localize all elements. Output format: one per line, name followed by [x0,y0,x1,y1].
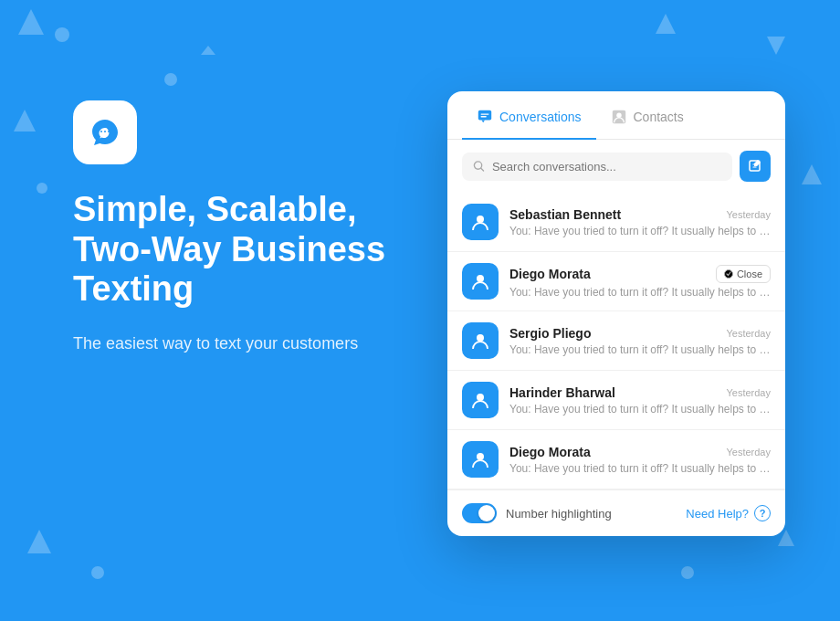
conv-preview: You: Have you tried to turn it off? It u… [509,343,771,356]
close-badge-label: Close [737,268,762,279]
svg-point-23 [477,334,484,342]
svg-marker-4 [14,110,36,132]
conv-preview: You: Have you tried to turn it off? It u… [509,286,771,299]
left-panel: Simple, Scalable, Two-Way Business Texti… [73,100,411,356]
conv-content: Sebastian Bennett Yesterday You: Have yo… [509,207,771,237]
conv-time: Yesterday [726,209,771,220]
avatar [462,263,499,300]
conversation-item[interactable]: Diego Morata Close You: Have you tried t… [447,252,785,311]
svg-point-12 [681,566,694,579]
toggle-knob [478,505,495,521]
avatar [462,204,499,240]
conv-name: Diego Morata [509,445,591,459]
svg-rect-15 [481,116,487,117]
svg-point-21 [477,275,484,282]
search-wrapper[interactable] [462,153,732,181]
svg-point-5 [37,183,47,194]
conv-time: Yesterday [726,387,771,398]
svg-rect-13 [478,111,491,121]
svg-rect-14 [481,113,489,114]
conv-content: Sergio Pliego Yesterday You: Have you tr… [509,326,771,356]
conversation-item[interactable]: Sergio Pliego Yesterday You: Have you tr… [447,311,785,371]
conv-name: Harinder Bharwal [509,385,615,400]
need-help-label: Need Help? [686,507,749,521]
subheadline: The easiest way to text your customers [73,332,411,356]
tabs-bar: Conversations Contacts [447,91,785,140]
compose-button[interactable] [740,151,771,182]
conv-time: Yesterday [726,447,771,458]
search-bar [447,140,785,193]
conv-preview: You: Have you tried to turn it off? It u… [509,225,771,237]
conv-content: Harinder Bharwal Yesterday You: Have you… [509,385,771,416]
avatar [462,382,499,418]
logo [73,100,137,164]
toggle-wrapper: Number highlighting [462,503,612,523]
conv-name: Sergio Pliego [509,326,591,341]
conv-time: Yesterday [726,328,771,339]
svg-point-6 [164,73,177,86]
conversation-list: Sebastian Bennett Yesterday You: Have yo… [447,193,785,489]
svg-point-24 [477,394,484,401]
search-input[interactable] [492,160,721,174]
svg-point-17 [616,113,621,118]
svg-marker-8 [27,530,51,553]
tab-contacts-label: Contacts [634,110,684,124]
close-badge[interactable]: Close [716,265,771,283]
conv-content: Diego Morata Close You: Have you tried t… [509,265,771,299]
search-icon [473,160,485,173]
app-mockup: Conversations Contacts [447,91,785,536]
contacts-icon [611,109,627,125]
svg-marker-10 [802,164,822,184]
compose-icon [748,159,762,174]
avatar [462,441,499,478]
tab-contacts[interactable]: Contacts [596,92,698,140]
need-help-button[interactable]: Need Help? ? [686,505,771,521]
app-footer: Number highlighting Need Help? ? [447,489,785,536]
svg-marker-2 [656,14,676,34]
conversation-item[interactable]: Sebastian Bennett Yesterday You: Have yo… [447,193,785,252]
conv-content: Diego Morata Yesterday You: Have you tri… [509,445,771,475]
svg-marker-7 [201,46,215,55]
headline: Simple, Scalable, Two-Way Business Texti… [73,190,411,310]
conversation-item[interactable]: Harinder Bharwal Yesterday You: Have you… [447,371,785,430]
conv-name: Diego Morata [509,267,591,281]
tab-conversations[interactable]: Conversations [462,92,596,140]
conv-preview: You: Have you tried to turn it off? It u… [509,462,771,475]
checkmark-icon [724,269,733,279]
svg-marker-3 [767,37,785,55]
toggle-label: Number highlighting [506,507,612,521]
svg-point-20 [477,216,484,223]
svg-marker-0 [18,9,44,35]
conversation-item[interactable]: Diego Morata Yesterday You: Have you tri… [447,430,785,489]
number-highlighting-toggle[interactable] [462,503,497,523]
svg-point-1 [55,27,69,42]
svg-point-9 [91,566,104,579]
conv-name: Sebastian Bennett [509,207,621,222]
svg-point-25 [477,453,484,460]
help-icon: ? [754,505,771,521]
tab-conversations-label: Conversations [499,110,582,124]
conv-preview: You: Have you tried to turn it off? It u… [509,403,771,416]
conversations-icon [477,109,493,125]
avatar [462,322,499,359]
